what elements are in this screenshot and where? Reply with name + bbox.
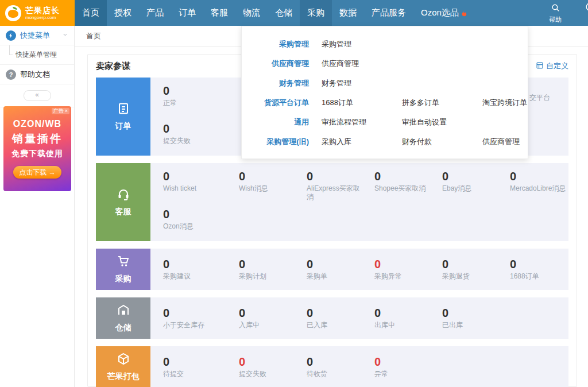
nav-item-data[interactable]: 数据: [332, 0, 364, 26]
stat: 0待收货: [307, 355, 374, 378]
dropdown-item[interactable]: 采购管理: [322, 39, 402, 49]
question-icon: ?: [6, 69, 16, 80]
section-card-order[interactable]: 订单: [96, 78, 150, 156]
section-card-service[interactable]: 客服: [96, 163, 150, 241]
stat-value: 0: [374, 307, 442, 319]
stat: 0提交失败: [163, 122, 239, 145]
dropdown-item[interactable]: 审批自动设置: [402, 117, 482, 127]
stat-col: 0采购退货: [442, 258, 510, 281]
ad-close-icon[interactable]: ×: [65, 108, 68, 114]
stat: 0异常: [374, 355, 442, 378]
stat-columns: 0待提交0提交失败0待收货0异常: [150, 346, 568, 387]
nav-item-label: 采购: [307, 7, 324, 18]
quick-menu-manage-label: 快捷菜单管理: [16, 50, 57, 60]
avatar-icon: [585, 2, 588, 14]
stat: 0提交失败: [239, 355, 307, 378]
dropdown-row-5: 采购管理(旧)采购入库财务付款供应商管理: [242, 132, 528, 152]
stat-col: 0出库中: [374, 307, 442, 330]
nav-help-button[interactable]: 帮助: [543, 2, 567, 25]
section-card-label: 订单: [115, 121, 131, 131]
stat-label: 小于安全库存: [163, 321, 223, 330]
nav-item-label: 客服: [211, 7, 228, 18]
stat-label: Wish消息: [239, 184, 299, 193]
dropdown-item[interactable]: 淘宝跨境订单: [482, 98, 563, 108]
app-logo[interactable]: 芒果店长 mongoerp.com: [0, 0, 75, 26]
ad-banner[interactable]: 广告× OZON/WB 销量插件 免费下载使用 点击下载 →: [3, 106, 71, 191]
clipped-nav-item[interactable]: [579, 2, 588, 25]
dropdown-item[interactable]: 财务管理: [322, 78, 402, 88]
stat-value: 0: [163, 122, 239, 135]
sidebar-item-help-docs[interactable]: ? 帮助文档: [0, 65, 74, 84]
stat-col: 0AliExpress买家取消: [307, 170, 374, 202]
stat-value: 0: [442, 170, 510, 183]
dropdown-rows: 采购管理采购管理供应商管理供应商管理财务管理财务管理货源平台订单1688订单拼多…: [242, 34, 528, 152]
dropdown-item[interactable]: 1688订单: [322, 98, 402, 108]
stat-col: 0提交失败: [239, 355, 307, 378]
ad-download-button[interactable]: 点击下载 →: [13, 166, 61, 179]
customize-label: 自定义: [546, 61, 568, 71]
ad-line1: OZON/WB: [3, 119, 71, 129]
stat-col: 0Wish ticket0Ozon消息: [163, 170, 239, 231]
stat-col: 0Shopee买家取消: [374, 170, 442, 193]
stat-value: 0: [442, 307, 510, 319]
stat-label: 采购计划: [239, 272, 299, 281]
logo-title: 芒果店长: [25, 6, 60, 15]
nav-item-label: 数据: [339, 7, 357, 18]
ad-line2: 销量插件: [3, 131, 71, 146]
dropdown-item[interactable]: 财务付款: [402, 137, 482, 147]
stat-value: 0: [510, 170, 578, 183]
stat: 0入库中: [239, 307, 307, 330]
help-docs-label: 帮助文档: [20, 69, 50, 80]
sidebar-item-quick-menu[interactable]: 快捷菜单: [0, 26, 74, 45]
nav-item-logistics[interactable]: 物流: [235, 0, 268, 26]
stat-label: Shopee买家取消: [374, 184, 434, 193]
stat-value: 0: [374, 355, 442, 368]
nav-item-home[interactable]: 首页: [75, 0, 107, 26]
stat-value: 0: [163, 84, 239, 97]
stat-label: Ozon消息: [163, 222, 223, 231]
section-card-package[interactable]: 芒果打包: [96, 346, 150, 387]
stat-label: 采购单: [307, 272, 366, 281]
nav-item-ozon[interactable]: Ozon选品: [413, 0, 475, 26]
lightning-icon: [6, 30, 16, 41]
stat: 0已出库: [442, 307, 510, 330]
nav-item-warehouse[interactable]: 仓储: [268, 0, 300, 26]
breadcrumb-home[interactable]: 首页: [86, 31, 101, 41]
stat-columns: 0Wish ticket0Ozon消息0Wish消息0AliExpress买家取…: [150, 163, 578, 241]
dropdown-item[interactable]: 供应商管理: [482, 137, 563, 147]
stat-row-package: 芒果打包0待提交0提交失败0待收货0异常: [96, 346, 568, 387]
stat: 0出库中: [374, 307, 442, 330]
stat-label: MercadoLibre消息: [510, 184, 570, 193]
stat-label: 采购退货: [442, 272, 502, 281]
customize-button[interactable]: 自定义: [536, 61, 568, 71]
nav-item-service[interactable]: 客服: [203, 0, 235, 26]
nav-item-purchase[interactable]: 采购: [300, 0, 332, 26]
sidebar-collapse-button[interactable]: «: [24, 90, 51, 101]
nav-item-order[interactable]: 订单: [171, 0, 203, 26]
section-card-purchase[interactable]: 采购: [96, 249, 150, 290]
dropdown-item[interactable]: 采购入库: [322, 137, 402, 147]
stat-col: 0待收货: [307, 355, 374, 378]
nav-item-label: 订单: [179, 7, 196, 18]
dropdown-item[interactable]: 审批流程管理: [322, 117, 402, 127]
stat-col: 0已入库: [307, 307, 374, 330]
stat: 0Ebay消息: [442, 170, 510, 193]
nav-item-label: 物流: [243, 7, 260, 18]
stat-col: 0采购异常: [374, 258, 442, 281]
stat: 0Wish消息: [239, 170, 307, 193]
nav-item-product[interactable]: 产品: [139, 0, 171, 26]
nav-item-product-service[interactable]: 产品服务: [364, 0, 413, 26]
sidebar-item-quick-menu-manage[interactable]: 快捷菜单管理: [0, 45, 74, 65]
stat: 0待提交: [163, 355, 239, 378]
section-card-warehouse[interactable]: 仓储: [96, 297, 150, 339]
section-card-label: 芒果打包: [107, 371, 140, 382]
purchase-icon: [117, 254, 130, 270]
stat: 0MercadoLibre消息: [510, 170, 578, 193]
nav-item-label: 首页: [82, 7, 99, 18]
stat-label: 出库中: [374, 321, 434, 330]
service-icon: [117, 187, 130, 203]
flame-icon: [461, 9, 468, 17]
dropdown-item[interactable]: 拼多多订单: [402, 98, 482, 108]
dropdown-item[interactable]: 供应商管理: [322, 59, 402, 69]
nav-item-auth[interactable]: 授权: [107, 0, 139, 26]
